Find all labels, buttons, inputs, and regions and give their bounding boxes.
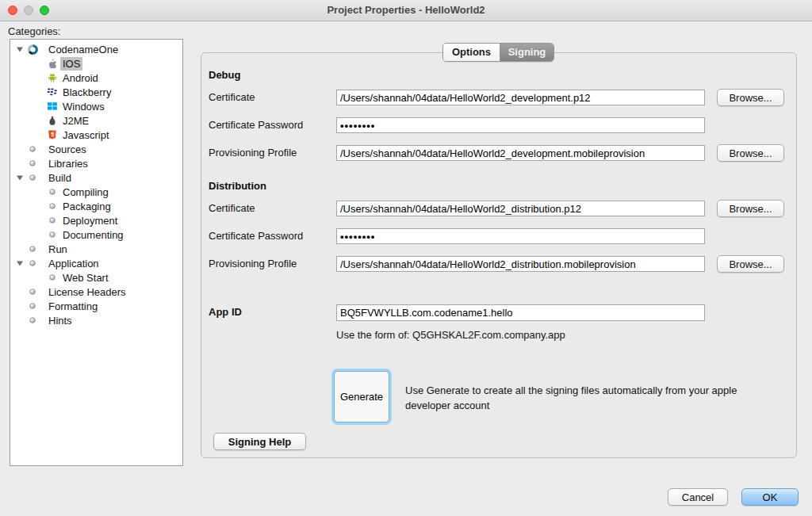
debug-certificate-password-label: Certificate Password: [209, 117, 303, 133]
tree-item-run[interactable]: Run: [11, 242, 182, 256]
generate-description: Use Generate to create all the signing f…: [405, 383, 779, 413]
tree-item-label: Deployment: [60, 214, 120, 227]
distribution-certificate-input[interactable]: [336, 201, 705, 216]
apple-icon: [46, 58, 59, 70]
signing-panel: Debug Distribution App ID Use the form o…: [201, 52, 797, 458]
tree-item-windows[interactable]: Windows: [11, 99, 182, 113]
categories-tree: CodenameOneIOSAndroidBlackberryWindowsJ2…: [10, 39, 183, 466]
tree-item-label: Compiling: [60, 185, 111, 199]
distribution-provisioning-profile-browse-button[interactable]: Browse...: [717, 255, 784, 273]
j2me-icon: [46, 115, 59, 127]
svg-text:5: 5: [51, 132, 54, 137]
tree-item-codenameone[interactable]: CodenameOne: [11, 42, 182, 56]
codenameone-icon: [26, 44, 39, 55]
generate-button[interactable]: Generate: [334, 371, 389, 422]
bullet-icon: [26, 143, 39, 155]
expander-triangle-icon[interactable]: [15, 259, 25, 267]
tree-item-application[interactable]: Application: [11, 256, 182, 270]
tree-item-android[interactable]: Android: [11, 71, 182, 85]
bullet-icon: [26, 172, 39, 184]
distribution-provisioning-profile-label: Provisioning Profile: [209, 256, 297, 272]
tree-item-formatting[interactable]: Formatting: [11, 299, 182, 313]
tree-item-label: Blackberry: [60, 86, 113, 99]
tree-item-label: Libraries: [46, 157, 90, 170]
tree-item-label: Documenting: [60, 228, 126, 242]
bullet-icon: [26, 315, 39, 327]
tree-item-label: Formatting: [46, 300, 100, 313]
windows-icon: [46, 101, 59, 113]
ok-button[interactable]: OK: [741, 488, 799, 506]
tree-item-label: Build: [46, 171, 74, 185]
distribution-section-header: Distribution: [209, 180, 266, 192]
bullet-icon: [46, 215, 59, 227]
tree-item-documenting[interactable]: Documenting: [11, 227, 182, 242]
tree-item-label: Javascript: [60, 128, 112, 142]
distribution-certificate-browse-button[interactable]: Browse...: [717, 200, 784, 217]
tree-item-libraries[interactable]: Libraries: [11, 156, 182, 170]
tree-item-label: CodenameOne: [46, 43, 121, 56]
bullet-icon: [46, 272, 59, 284]
debug-provisioning-profile-input[interactable]: [336, 145, 705, 161]
html5-icon: 5: [46, 129, 59, 141]
bullet-icon: [26, 243, 39, 255]
distribution-provisioning-profile-input[interactable]: [336, 256, 705, 272]
tree-item-label: IOS: [60, 57, 82, 71]
tree-item-label: License Headers: [46, 285, 128, 299]
tree-item-build[interactable]: Build: [11, 170, 182, 185]
bullet-icon: [26, 158, 39, 170]
tree-item-license-headers[interactable]: License Headers: [11, 285, 182, 299]
app-id-input[interactable]: [336, 304, 705, 321]
tree-item-label: Web Start: [60, 271, 111, 285]
tree-item-label: Packaging: [60, 200, 113, 213]
bullet-icon: [46, 201, 59, 212]
tree-item-label: Android: [60, 71, 101, 85]
debug-provisioning-profile-browse-button[interactable]: Browse...: [717, 144, 784, 162]
window-title: Project Properties - HelloWorld2: [0, 0, 812, 21]
distribution-certificate-label: Certificate: [209, 201, 255, 216]
tree-item-blackberry[interactable]: Blackberry: [11, 85, 182, 99]
tree-item-label: Hints: [46, 314, 75, 327]
debug-certificate-label: Certificate: [209, 90, 255, 105]
distribution-certificate-password-label: Certificate Password: [209, 228, 303, 244]
tree-item-label: Windows: [60, 100, 107, 113]
signing-help-button[interactable]: Signing Help: [213, 433, 306, 450]
bullet-icon: [46, 229, 59, 241]
debug-certificate-browse-button[interactable]: Browse...: [717, 89, 784, 106]
tab-signing[interactable]: Signing: [500, 44, 553, 61]
tree-item-label: Run: [46, 243, 70, 256]
expander-triangle-icon[interactable]: [15, 174, 25, 182]
bullet-icon: [46, 186, 59, 198]
tree-item-label: Application: [46, 257, 102, 270]
tree-item-web-start[interactable]: Web Start: [11, 270, 182, 285]
tab-options[interactable]: Options: [443, 44, 500, 61]
debug-section-header: Debug: [209, 69, 240, 81]
app-id-label: App ID: [209, 304, 242, 320]
android-icon: [46, 72, 59, 84]
title-bar: Project Properties - HelloWorld2: [0, 0, 812, 21]
tree-item-hints[interactable]: Hints: [11, 313, 182, 327]
tree-item-label: J2ME: [60, 114, 91, 128]
blackberry-icon: [46, 86, 59, 98]
debug-provisioning-profile-label: Provisioning Profile: [209, 145, 297, 161]
distribution-certificate-password-input[interactable]: [336, 228, 705, 244]
cancel-button[interactable]: Cancel: [668, 488, 728, 506]
tree-item-ios[interactable]: IOS: [11, 56, 182, 71]
tree-item-j2me[interactable]: J2ME: [11, 113, 182, 128]
bullet-icon: [26, 286, 39, 298]
tree-item-label: Sources: [46, 143, 89, 156]
tree-item-compiling[interactable]: Compiling: [11, 185, 182, 199]
debug-certificate-password-input[interactable]: [336, 117, 705, 133]
tree-item-deployment[interactable]: Deployment: [11, 213, 182, 227]
app-id-hint: Use the form of: Q5GHSKAL2F.com.company.…: [336, 329, 565, 341]
bullet-icon: [26, 258, 39, 269]
categories-label: Categories:: [8, 25, 60, 37]
expander-triangle-icon[interactable]: [15, 45, 25, 53]
bullet-icon: [26, 300, 39, 312]
debug-certificate-input[interactable]: [336, 90, 705, 105]
tree-item-sources[interactable]: Sources: [11, 142, 182, 156]
options-signing-tab-bar: Options Signing: [442, 43, 554, 62]
tree-item-javascript[interactable]: 5Javascript: [11, 128, 182, 142]
tree-item-packaging[interactable]: Packaging: [11, 199, 182, 213]
project-properties-window: Project Properties - HelloWorld2 Categor…: [0, 0, 812, 516]
